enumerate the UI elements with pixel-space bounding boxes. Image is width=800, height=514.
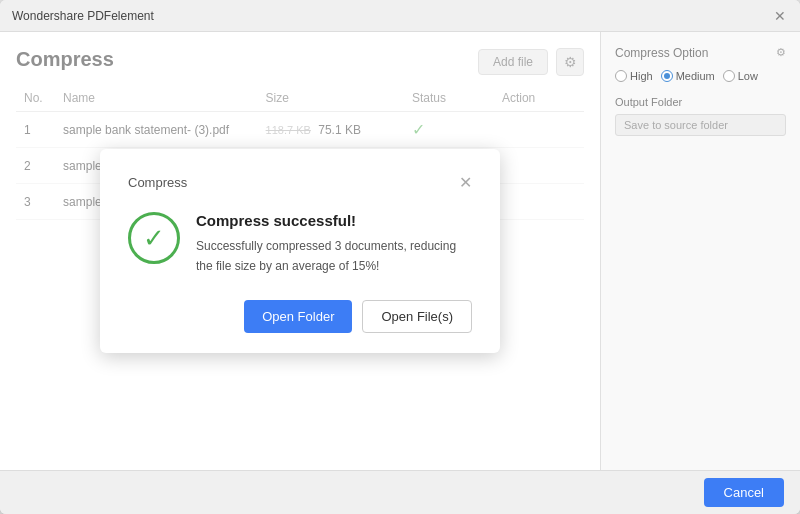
cancel-button[interactable]: Cancel xyxy=(704,478,784,507)
option-medium[interactable]: Medium xyxy=(661,70,715,82)
option-medium-label: Medium xyxy=(676,70,715,82)
modal-overlay: Compress ✕ ✓ Compress successful! Succes… xyxy=(0,32,600,470)
modal-title-bar: Compress ✕ xyxy=(128,173,472,192)
open-files-button[interactable]: Open File(s) xyxy=(362,300,472,333)
option-high[interactable]: High xyxy=(615,70,653,82)
compress-success-modal: Compress ✕ ✓ Compress successful! Succes… xyxy=(100,149,500,352)
main-window: Wondershare PDFelement ✕ Compress Add fi… xyxy=(0,0,800,514)
radio-medium xyxy=(661,70,673,82)
window-close-button[interactable]: ✕ xyxy=(772,8,788,24)
modal-body: ✓ Compress successful! Successfully comp… xyxy=(128,212,472,275)
compress-option-header: Compress Option ⚙ xyxy=(615,46,786,60)
option-low-label: Low xyxy=(738,70,758,82)
open-folder-button[interactable]: Open Folder xyxy=(244,300,352,333)
success-icon-circle: ✓ xyxy=(128,212,180,264)
option-high-label: High xyxy=(630,70,653,82)
modal-footer: Open Folder Open File(s) xyxy=(128,300,472,333)
modal-message: Compress successful! Successfully compre… xyxy=(196,212,472,275)
title-bar: Wondershare PDFelement ✕ xyxy=(0,0,800,32)
modal-title: Compress xyxy=(128,175,187,190)
bottom-bar: Cancel xyxy=(0,470,800,514)
success-checkmark-icon: ✓ xyxy=(143,225,165,251)
compress-option-title-text: Compress Option xyxy=(615,46,708,60)
radio-low xyxy=(723,70,735,82)
output-folder-label: Output Folder xyxy=(615,96,786,108)
left-panel: Compress Add file ⚙ No. Name Size Status… xyxy=(0,32,600,470)
compress-option-icon: ⚙ xyxy=(776,46,786,60)
radio-high xyxy=(615,70,627,82)
modal-close-button[interactable]: ✕ xyxy=(459,173,472,192)
modal-success-title: Compress successful! xyxy=(196,212,472,229)
right-panel: Compress Option ⚙ High Medium Low Output… xyxy=(600,32,800,470)
modal-success-message: Successfully compressed 3 documents, red… xyxy=(196,237,472,275)
main-content: Compress Add file ⚙ No. Name Size Status… xyxy=(0,32,800,470)
app-title: Wondershare PDFelement xyxy=(12,9,154,23)
option-low[interactable]: Low xyxy=(723,70,758,82)
output-folder-value[interactable]: Save to source folder xyxy=(615,114,786,136)
compress-options: High Medium Low xyxy=(615,70,786,82)
